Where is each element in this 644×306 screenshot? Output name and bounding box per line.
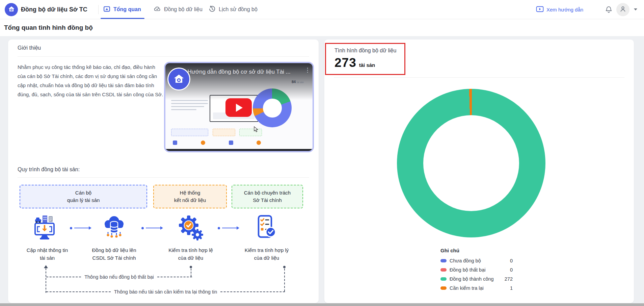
history-icon	[209, 5, 216, 14]
legend-label: Đồng bộ thất bại	[450, 267, 485, 273]
step-label-line: của dữ liệu	[230, 254, 304, 262]
help-link[interactable]: Xem hướng dẫn	[536, 0, 583, 19]
legend-item-dong-bo-that-bai[interactable]: Đồng bộ thất bại 0	[440, 265, 513, 274]
header-divider	[98, 5, 99, 14]
tab-dong-bo-du-lieu[interactable]: Đồng bộ dữ liệu	[154, 0, 203, 19]
legend-label: Đồng bộ thành công	[450, 276, 494, 282]
flow-arrow-icon	[70, 226, 91, 230]
legend-title: Ghi chú	[440, 248, 459, 253]
legend-label: Chưa đồng bộ	[450, 258, 481, 263]
role-box-finance-officer: Cán bộ chuyên trách Sở Tài chính	[232, 185, 303, 208]
role-label-line: quản lý tài sản	[20, 197, 146, 204]
video-bottom-edge	[165, 149, 313, 151]
tab-lich-su-dong-bo[interactable]: Lịch sử đồng bộ	[209, 0, 258, 19]
bell-icon[interactable]	[605, 6, 613, 15]
cursor-icon	[254, 126, 259, 134]
role-box-system: Hệ thống kết nối dữ liệu	[153, 185, 227, 208]
flow-arrow-icon	[218, 226, 239, 230]
step-label-update-info: Cập nhật thông tin tài sản	[10, 246, 84, 262]
video-stat-value: 84	[292, 80, 296, 84]
app-title: Đồng bộ dữ liệu Sở TC	[21, 0, 87, 19]
top-header: Đồng bộ dữ liệu Sở TC Tổng quan Đồng bộ …	[0, 0, 644, 19]
legend-value: 0	[510, 258, 513, 263]
tab-label: Lịch sử đồng bộ	[219, 6, 258, 12]
step-label-line: CSDL Sở Tài chính	[77, 254, 151, 262]
donut-chart-ring[interactable]	[397, 89, 545, 237]
tab-tong-quan[interactable]: Tổng quan	[103, 0, 141, 19]
legend-marker	[440, 259, 447, 262]
mini-step-icons	[173, 141, 261, 145]
mini-role-boxes	[171, 129, 274, 136]
intro-section-title: Giới thiệu	[18, 45, 41, 51]
app-logo	[5, 3, 18, 16]
step-label-line: Cập nhật thông tin	[10, 246, 84, 254]
step-label-line: tài sản	[10, 254, 84, 262]
video-channel-logo	[168, 69, 189, 90]
feedback-vertical-line	[284, 269, 285, 291]
avatar[interactable]	[616, 3, 629, 16]
process-section-title: Quy trình đồng bộ tài sản:	[18, 167, 80, 173]
step-label-line: Kiểm tra tính hợp lý	[230, 246, 304, 254]
legend-item-chua-dong-bo[interactable]: Chưa đồng bộ 0	[440, 256, 513, 265]
intro-paragraph: Nhằm phục vụ công tác thống kê báo cáo, …	[18, 62, 165, 99]
sync-status-card: Tình hình đồng bộ dữ liệu 273 tài sản Gh…	[324, 40, 634, 303]
bottom-scrollbar[interactable]	[0, 303, 644, 306]
step-label-validity-check: Kiểm tra tính hợp lệ của dữ liệu	[154, 246, 228, 262]
legend-value: 1	[510, 285, 513, 291]
checklist-check-icon	[252, 214, 281, 244]
video-play-button[interactable]	[225, 98, 252, 117]
section-divider	[18, 56, 309, 57]
home-logo-icon	[7, 5, 16, 15]
legend-label: Cần kiểm tra lại	[450, 285, 484, 291]
guide-video-thumbnail[interactable]: Hướng dẫn đồng bộ cơ sở dữ liệu Tài ... …	[164, 62, 314, 152]
chart-legend: Chưa đồng bộ 0 Đồng bộ thất bại 0 Đồng b…	[440, 256, 513, 292]
monitor-assets-icon	[32, 214, 62, 244]
legend-value: 0	[510, 267, 513, 273]
role-label-line: kết nối dữ liệu	[154, 197, 226, 204]
screen-share-icon	[103, 5, 110, 14]
tab-label: Đồng bộ dữ liệu	[164, 6, 203, 12]
video-stat-unit: tài sản	[297, 81, 304, 83]
page-title-bar: Tổng quan tình hình đồng bộ	[0, 19, 644, 36]
legend-item-dong-bo-thanh-cong[interactable]: Đồng bộ thành công 272	[440, 274, 513, 283]
feedback-dot	[190, 266, 192, 268]
legend-marker	[440, 286, 447, 290]
gears-check-icon	[176, 214, 206, 244]
video-menu-icon[interactable]: ⋮	[304, 67, 310, 74]
role-label-line: Cán bộ	[20, 189, 146, 197]
cloud-check-icon	[154, 5, 161, 14]
feedback-recheck-label: Thông báo nếu tài sản cần kiểm tra lại t…	[111, 289, 221, 295]
step-label-line: Kiểm tra tính hợp lệ	[154, 246, 228, 254]
tab-label: Tổng quan	[113, 6, 141, 12]
person-icon	[619, 5, 626, 14]
mini-text-lines	[171, 100, 209, 112]
feedback-dot	[283, 266, 286, 268]
legend-marker	[440, 268, 447, 272]
intro-card: Giới thiệu Nhằm phục vụ công tác thống k…	[8, 40, 319, 303]
feedback-arrowhead-icon	[44, 265, 48, 268]
section-divider	[334, 77, 624, 78]
flow-arrow-icon	[141, 226, 163, 230]
video-guide-icon	[536, 6, 544, 14]
step-label-line: của dữ liệu	[154, 254, 228, 262]
role-label-line: Sở Tài chính	[232, 197, 302, 204]
page-title: Tổng quan tình hình đồng bộ	[4, 24, 93, 31]
section-divider	[18, 177, 309, 178]
sync-total-unit: tài sản	[359, 62, 375, 68]
active-tab-underline	[101, 18, 144, 19]
legend-item-can-kiem-tra-lai[interactable]: Cần kiểm tra lại 1	[440, 283, 513, 292]
caret-down-icon[interactable]	[634, 8, 637, 10]
step-label-reasonableness-check: Kiểm tra tính hợp lý của dữ liệu	[230, 246, 304, 262]
sync-status-title: Tình hình đồng bộ dữ liệu	[334, 48, 396, 54]
sync-total: 273 tài sản	[334, 56, 375, 70]
step-label-sync-data: Đồng bộ dữ liệu lên CSDL Sở Tài chính	[77, 246, 151, 262]
feedback-fail-label: Thông báo nếu đồng bộ thất bại	[81, 274, 157, 280]
video-overlay-title: Hướng dẫn đồng bộ cơ sở dữ liệu Tài ...	[187, 69, 305, 75]
feedback-fail-line: Thông báo nếu đồng bộ thất bại	[46, 274, 192, 280]
legend-marker	[440, 277, 447, 281]
video-stat: 84 tài sản	[292, 80, 304, 84]
role-box-asset-manager: Cán bộ quản lý tài sản	[20, 185, 147, 208]
cloud-database-icon	[99, 214, 129, 244]
sync-total-value: 273	[334, 56, 356, 70]
app-root: Đồng bộ dữ liệu Sở TC Tổng quan Đồng bộ …	[0, 0, 644, 306]
